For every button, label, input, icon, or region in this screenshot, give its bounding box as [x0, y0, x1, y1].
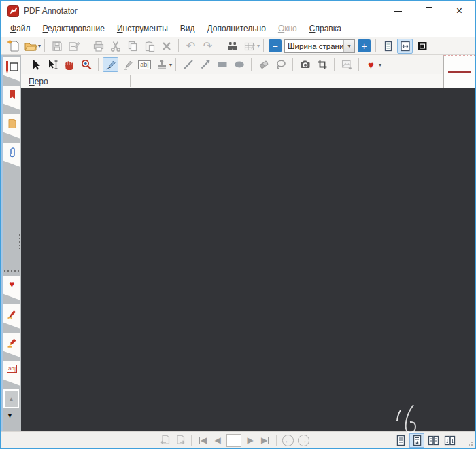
annotation-list-icon: [243, 40, 256, 52]
menu-extras[interactable]: Дополнительно: [201, 21, 272, 36]
eraser-tool-button[interactable]: [256, 57, 271, 72]
continuous-facing-layout-icon: [444, 435, 456, 446]
previous-page-icon: ◀: [214, 435, 220, 445]
single-page-view-button[interactable]: [380, 39, 396, 54]
stamp-tool-button[interactable]: [154, 57, 169, 72]
fullscreen-icon: [416, 40, 428, 52]
lasso-tool-button[interactable]: [273, 57, 288, 72]
page-number-input[interactable]: [226, 434, 241, 447]
layout-continuous-facing-button[interactable]: [442, 433, 457, 448]
open-file-button[interactable]: [22, 39, 38, 54]
arrow-tool-button[interactable]: [197, 57, 213, 72]
sidebar-tab-pen[interactable]: [3, 304, 20, 329]
marker-tool-button[interactable]: [120, 57, 135, 72]
tool-properties-bar: Перо: [21, 74, 443, 88]
toolbar-separator: [334, 58, 335, 71]
sidebar-scroll-up-button[interactable]: ▲: [3, 389, 19, 408]
resize-grip[interactable]: [466, 439, 473, 446]
sidebar-tab-bookmarks[interactable]: [3, 86, 20, 110]
scroll-down-icon: ▼: [7, 412, 13, 419]
cut-button: [107, 39, 123, 54]
sort-annotations-button: [241, 39, 257, 54]
active-tool-label: Перо: [21, 77, 48, 86]
first-page-bar-icon: [199, 437, 200, 444]
sidebar-splitter-handle[interactable]: [19, 234, 20, 249]
history-forward-button: →: [298, 435, 309, 446]
menu-window: Окно: [272, 21, 303, 36]
sidebar-tab-text[interactable]: ab|: [3, 361, 20, 386]
menu-help[interactable]: Справка: [303, 21, 347, 36]
menu-file[interactable]: Файл: [4, 21, 37, 36]
sidebar-tab-marker[interactable]: [3, 333, 20, 357]
open-dropdown-caret-icon[interactable]: ▾: [38, 43, 41, 49]
last-page-bar-icon: [268, 437, 269, 444]
fullscreen-view-button[interactable]: [414, 39, 430, 54]
favorites-dropdown-caret-icon[interactable]: ▾: [379, 62, 381, 68]
menu-tools[interactable]: Инструменты: [111, 21, 174, 36]
sort-dropdown-caret-icon: ▾: [257, 43, 260, 49]
text-tool-button[interactable]: ab|: [137, 57, 152, 72]
sidebar-tabs-bottom: ♥ ab|: [1, 276, 21, 390]
menu-view[interactable]: Вид: [174, 21, 201, 36]
combobox-arrow-icon[interactable]: ▾: [343, 40, 354, 52]
rectangle-tool-button[interactable]: [214, 57, 230, 72]
zoom-level-combobox[interactable]: Ширина страни ▾: [284, 39, 355, 53]
layout-single-page-button[interactable]: [393, 433, 408, 448]
sidebar-scroll-down-button[interactable]: ▼: [7, 413, 13, 419]
close-icon: ×: [456, 5, 462, 16]
zoom-in-button[interactable]: +: [358, 39, 371, 52]
pen-square-icon: [5, 60, 20, 75]
minimize-button[interactable]: [383, 1, 413, 20]
ellipse-tool-button[interactable]: [231, 57, 247, 72]
history-back-button: ←: [282, 435, 294, 446]
crop-icon: [316, 58, 328, 71]
save-button: [49, 39, 65, 54]
zoom-level-value: Ширина страни: [285, 42, 343, 50]
sidebar-section-divider: [4, 270, 19, 272]
stamp-dropdown-caret-icon[interactable]: ▾: [169, 62, 172, 68]
toolbar-separator: [178, 39, 179, 52]
line-tool-button[interactable]: [180, 57, 196, 72]
lasso-icon: [275, 58, 287, 71]
layout-continuous-button[interactable]: [409, 433, 424, 448]
new-document-button[interactable]: [5, 39, 21, 54]
sidebar-tab-current-tool[interactable]: [3, 57, 20, 82]
select-tool-button[interactable]: [27, 57, 43, 72]
paste-button: [141, 39, 157, 54]
last-page-icon: ▶: [261, 435, 267, 445]
snapshot-tool-button[interactable]: [297, 57, 313, 72]
continuous-layout-icon: [411, 435, 423, 446]
search-button[interactable]: [224, 39, 240, 54]
close-button[interactable]: ×: [444, 1, 475, 20]
maximize-button[interactable]: [413, 1, 444, 20]
bottombar-separator: [191, 435, 192, 446]
layout-facing-pages-button[interactable]: [426, 433, 441, 448]
title-bar: PDF Annotator ×: [1, 1, 475, 20]
select-text-tool-button[interactable]: [44, 57, 60, 72]
bookmark-icon: [6, 89, 18, 101]
zoom-out-button[interactable]: −: [269, 39, 282, 52]
previous-view-button: [158, 433, 173, 448]
insert-image-button: [339, 57, 354, 72]
pen-icon: [6, 308, 18, 320]
favorites-button[interactable]: ♥: [363, 57, 379, 72]
menu-edit[interactable]: Редактирование: [37, 21, 111, 36]
delete-x-icon: [160, 40, 173, 52]
new-document-icon: [7, 39, 20, 52]
main-toolbar: ▾: [1, 37, 475, 55]
pan-tool-button[interactable]: [61, 57, 77, 72]
pen-style-preview-panel[interactable]: [443, 55, 475, 88]
page-icon: [382, 40, 394, 52]
bottombar-separator: [276, 435, 277, 446]
next-page-button: ▶: [243, 433, 258, 448]
open-folder-icon: [24, 40, 37, 52]
properties-separator: [130, 75, 131, 87]
fit-width-view-button[interactable]: [397, 39, 413, 54]
pen-tool-button[interactable]: [103, 57, 118, 72]
crop-tool-button[interactable]: [314, 57, 330, 72]
sidebar-tab-notes[interactable]: [3, 114, 20, 139]
sidebar-tab-attachments[interactable]: [3, 143, 20, 167]
sidebar-tab-favorites[interactable]: ♥: [3, 276, 20, 300]
zoom-tool-button[interactable]: [78, 57, 94, 72]
page-layout-group: [393, 433, 457, 448]
